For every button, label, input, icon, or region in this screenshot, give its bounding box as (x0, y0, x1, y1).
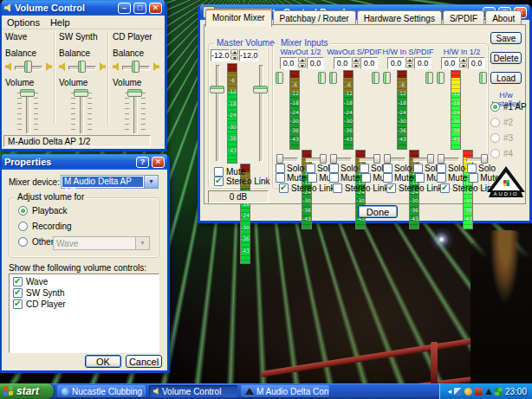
channel-pan-right-thumb[interactable] (373, 154, 380, 164)
stereo-link-checkbox[interactable] (333, 183, 342, 193)
channel-left-value[interactable]: 0.0 (387, 57, 405, 69)
channel-pan-left-thumb[interactable] (330, 154, 337, 164)
master-spinner[interactable] (230, 49, 238, 60)
channel-right-value[interactable]: 0.0 (307, 57, 324, 69)
balance-thumb[interactable] (24, 61, 32, 73)
mute-right-checkbox[interactable] (469, 173, 478, 183)
channel-pan-left-thumb[interactable] (384, 154, 391, 164)
mute-left-checkbox[interactable] (383, 173, 393, 183)
help-icon[interactable]: ? (136, 157, 149, 168)
channel-pan-right-thumb[interactable] (320, 154, 327, 164)
channel-pan-left-thumb[interactable] (438, 154, 444, 164)
start-button[interactable]: start (0, 383, 54, 399)
mute-right-checkbox[interactable] (415, 173, 425, 183)
master-right-value[interactable]: -12.0 (239, 49, 258, 61)
mute-right-checkbox[interactable] (308, 173, 317, 183)
hide-icons-chevron-icon[interactable]: ◂ (447, 387, 451, 396)
hw3-radio[interactable] (490, 133, 500, 143)
channel-left-value[interactable]: 0.0 (280, 57, 297, 69)
network-icon[interactable] (495, 388, 503, 396)
taskbar-button-delta-panel[interactable]: M Audio Delta Control... (241, 385, 329, 397)
load-button[interactable]: Load (490, 72, 522, 84)
channel-spinner[interactable] (459, 57, 467, 68)
master-right-slider-track[interactable] (259, 65, 263, 162)
solo-left-checkbox[interactable] (383, 164, 393, 173)
solo-right-checkbox[interactable] (467, 164, 477, 173)
list-item[interactable]: SW Synth (10, 287, 159, 299)
volume-slider[interactable] (59, 89, 106, 134)
balance-slider[interactable] (68, 61, 96, 73)
save-button[interactable]: Save (490, 32, 522, 44)
channel-left-value[interactable]: 0.0 (441, 57, 458, 69)
antivirus-icon[interactable] (475, 388, 483, 396)
solo-right-checkbox[interactable] (360, 164, 369, 173)
volume-track[interactable] (26, 91, 30, 134)
channel-pan-right-thumb[interactable] (427, 154, 434, 164)
other-radio[interactable] (18, 237, 28, 247)
master-stereo-link-checkbox[interactable] (214, 177, 224, 186)
channel-spinner[interactable] (352, 57, 360, 68)
properties-titlebar[interactable]: Properties ? ✕ (2, 154, 167, 170)
volume-thumb[interactable] (20, 89, 35, 97)
minimize-icon[interactable]: – (118, 3, 131, 14)
taskbar-button-browser[interactable]: Nucastle Clubbing For... (57, 385, 146, 397)
mixer-device-combobox[interactable]: M Audio Delta AP 1/2 ▼ (61, 175, 159, 189)
tab-monitor-mixer[interactable]: Monitor Mixer (205, 9, 272, 27)
stereo-link-checkbox[interactable] (386, 183, 396, 193)
solo-left-checkbox[interactable] (276, 164, 285, 173)
delete-button[interactable]: Delete (490, 52, 522, 64)
volume-thumb[interactable] (74, 89, 88, 97)
hw2-radio[interactable] (490, 118, 500, 127)
channel-right-fader-thumb[interactable] (372, 72, 380, 84)
done-button[interactable]: Done (358, 205, 398, 218)
channel-pan-right-thumb[interactable] (481, 154, 488, 164)
volume-slider[interactable] (113, 89, 159, 134)
solo-right-checkbox[interactable] (306, 164, 315, 173)
balance-thumb[interactable] (132, 61, 139, 73)
mute-left-checkbox[interactable] (329, 173, 339, 183)
channel-spinner[interactable] (298, 57, 306, 68)
ok-button[interactable]: OK (85, 355, 121, 368)
taskbar-button-volume-control[interactable]: Volume Control (149, 385, 237, 397)
list-item[interactable]: Wave (10, 276, 159, 287)
menu-help[interactable]: Help (50, 17, 70, 28)
channel-right-value[interactable]: 0.0 (414, 57, 431, 69)
solo-left-checkbox[interactable] (329, 164, 339, 173)
channel-right-value[interactable]: 0.0 (360, 57, 378, 69)
balance-slider[interactable] (15, 61, 42, 73)
playback-radio[interactable] (18, 206, 28, 216)
channel-left-fader-thumb[interactable] (437, 72, 444, 84)
hw1-radio[interactable] (490, 102, 500, 112)
menu-options[interactable]: Options (7, 17, 40, 28)
volume-track[interactable] (133, 91, 138, 134)
volume-track[interactable] (80, 91, 84, 134)
mute-left-checkbox[interactable] (276, 173, 285, 183)
solo-left-checkbox[interactable] (437, 164, 446, 173)
display-settings-icon[interactable] (454, 388, 462, 396)
channel-left-value[interactable]: 0.0 (334, 57, 351, 69)
wave-checkbox[interactable] (13, 277, 23, 286)
channel-pan-left-thumb[interactable] (276, 154, 283, 164)
close-icon[interactable]: ✕ (149, 3, 162, 14)
master-right-slider-thumb[interactable] (253, 86, 268, 93)
volume-controls-listbox[interactable]: Wave SW Synth CD Player (9, 274, 159, 353)
mute-left-checkbox[interactable] (437, 173, 446, 183)
channel-left-fader-thumb[interactable] (383, 72, 391, 84)
hw4-radio[interactable] (490, 149, 500, 158)
chevron-down-icon[interactable]: ▼ (144, 176, 158, 188)
sw-synth-checkbox[interactable] (13, 288, 23, 298)
cancel-button[interactable]: Cancel (126, 355, 162, 368)
mute-right-checkbox[interactable] (361, 173, 371, 183)
channel-right-value[interactable]: 0.0 (468, 57, 485, 69)
balance-thumb[interactable] (78, 61, 86, 73)
maximize-icon[interactable]: □ (133, 3, 146, 14)
channel-right-fader-thumb[interactable] (318, 72, 326, 84)
channel-spinner[interactable] (405, 57, 413, 68)
m-audio-tray-icon[interactable] (485, 389, 492, 395)
list-item[interactable]: CD Player (10, 299, 159, 310)
volume-slider[interactable] (5, 89, 52, 134)
cd-player-checkbox[interactable] (13, 299, 23, 309)
master-left-slider-track[interactable] (216, 65, 220, 162)
volume-control-titlebar[interactable]: Volume Control – □ ✕ (2, 0, 165, 16)
channel-left-fader-thumb[interactable] (276, 72, 283, 84)
